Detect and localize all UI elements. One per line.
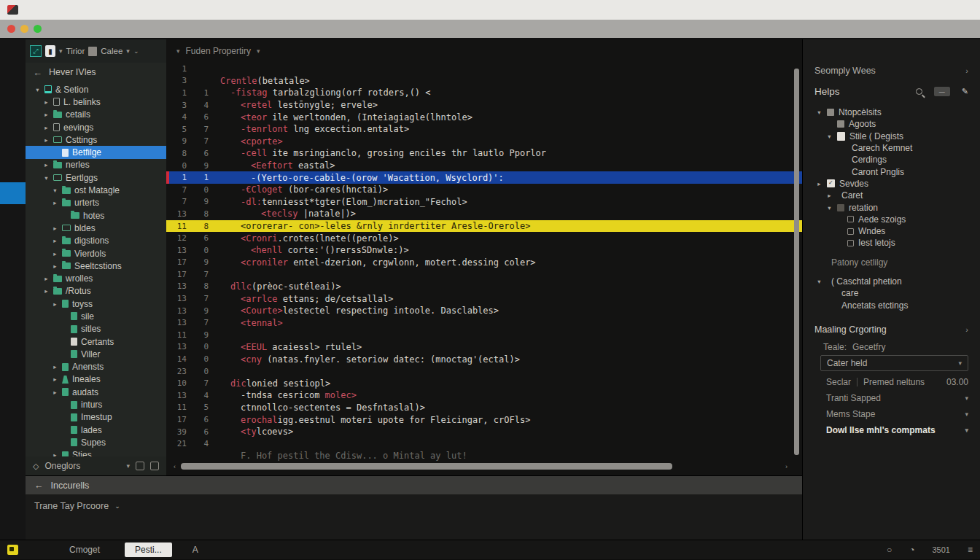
tree-item[interactable]: ▸ Anensts (26, 361, 166, 373)
tree-item[interactable]: ▸ /Rotus (26, 285, 166, 298)
zoom-light-icon[interactable] (34, 25, 42, 33)
menu-item[interactable] (164, 9, 183, 12)
chevron-down-icon[interactable]: ▾ (126, 47, 130, 55)
dowl-dropdown[interactable]: Dowl llse mhl's compmats ▾ (803, 422, 980, 438)
code-line[interactable]: 13 8 <teclsy |natale|)> (166, 208, 802, 220)
code-line[interactable]: 13 0 <EEUL acaiessl> rtulel> (166, 341, 802, 354)
tree-item[interactable]: inturs (26, 398, 166, 411)
process-dropdown[interactable]: Trane Tay Prcoore ⌄ (34, 501, 120, 511)
search-icon[interactable] (916, 88, 922, 95)
tree-item[interactable]: ▾ & Setion (26, 83, 166, 96)
ribbon-tab[interactable] (78, 27, 98, 31)
tranti-dropdown[interactable]: Tranti Sapped ▾ (803, 390, 980, 406)
ribbon-tab[interactable] (58, 27, 78, 31)
footer-label[interactable]: Oneglors (44, 461, 80, 471)
section-header-mailing[interactable]: Maaling Crgorting › (803, 320, 980, 339)
panel-icon[interactable] (136, 462, 144, 470)
cater-field[interactable]: Cater held ▾ (820, 355, 968, 371)
sync-icon[interactable]: ○ (887, 545, 892, 555)
tree-item[interactable]: ▸ L. belinks (26, 96, 166, 108)
collapse-button[interactable]: — (934, 87, 950, 96)
code-line[interactable]: 13 8 dllc(prèoc-sutéleai)> (166, 281, 802, 293)
properties-tree-item[interactable]: ▸ Sevdes (803, 178, 980, 190)
tree-item[interactable]: ▸ Ineales (26, 373, 166, 386)
ribbon-tab[interactable] (160, 27, 180, 31)
code-line[interactable]: 17 6 erochaligg.eestnul moteri upote for… (166, 413, 802, 426)
code-line[interactable]: 9 7 <cporte> (166, 136, 802, 148)
ribbon-tab[interactable] (262, 27, 282, 31)
code-line[interactable]: 14 0 <cny (natas.fnyler. setoriow datec:… (166, 353, 802, 365)
properties-tree-item[interactable]: Caront Pnglis (803, 166, 980, 177)
properties-tree-item[interactable]: ▾ ( Caschtal phetion (803, 276, 980, 287)
section-header-seomply[interactable]: Seomply Wees › (803, 61, 980, 80)
ribbon-tab[interactable] (201, 27, 221, 31)
code-line[interactable]: 17 7 (166, 268, 802, 281)
file-toggle-icon[interactable]: ▮ (45, 45, 55, 57)
seclar-row[interactable]: Seclar Premed neltuns 03.00 (803, 374, 980, 390)
tree-item[interactable]: ▸ eevings (26, 121, 166, 133)
code-line[interactable]: 5 7 -tenrlont lng excection.entalat> (166, 123, 802, 136)
code-area[interactable]: 1 3 Crentle(betatale> 1 1 -fistag tarbal… (166, 63, 802, 475)
menu-item[interactable] (145, 9, 164, 12)
status-tab[interactable]: A (192, 545, 198, 555)
activity-icon[interactable] (0, 182, 26, 204)
tree-item[interactable]: ▾ ost Matagle (26, 184, 166, 196)
activity-icon[interactable] (0, 101, 26, 122)
breadcrumb[interactable]: ▾ Fuden Propertiry ▾ (166, 39, 802, 63)
properties-tree-item[interactable]: ▾ Stile ( Degists (803, 131, 980, 142)
code-line[interactable]: 11 8 <ororerar- con>-leles &rnly inrdert… (166, 220, 802, 233)
tree-item[interactable]: hotes (26, 209, 166, 222)
scroll-left-icon[interactable]: ‹ (174, 463, 181, 470)
tree-item[interactable]: ▾ Eertlggs (26, 171, 166, 184)
menu-item[interactable] (88, 9, 107, 12)
tree-item[interactable]: ▸ bldes (26, 222, 166, 234)
properties-tree-item[interactable]: Carech Kemnet (803, 142, 980, 154)
edit-pencil-icon[interactable]: ✎ (962, 87, 968, 96)
properties-tree-item[interactable]: Cerdings (803, 154, 980, 166)
tree-item[interactable]: Betfilge (26, 146, 166, 158)
menu-item[interactable] (107, 9, 126, 12)
lines-icon[interactable]: ≡ (968, 545, 973, 555)
ribbon-tab[interactable] (119, 27, 139, 31)
chevron-more-icon[interactable]: ⌄ (133, 47, 139, 55)
back-arrow-icon[interactable]: ← (33, 67, 42, 78)
code-line[interactable]: 13 7 <tennal> (166, 316, 802, 329)
properties-tree-item[interactable]: ▾ retation (803, 201, 980, 213)
status-badge-icon[interactable] (7, 545, 18, 555)
tree-item[interactable]: ▸ urterts (26, 197, 166, 209)
code-line[interactable]: 21 4 (166, 438, 802, 450)
menu-item[interactable] (183, 9, 202, 12)
menu-item[interactable] (50, 9, 69, 12)
code-line[interactable]: 13 0 <henll corte:'()rerssSDnwle:)> (166, 244, 802, 257)
code-line[interactable]: 12 6 <Cronri.crotes(lnete((perole)> (166, 232, 802, 244)
menu-item[interactable] (31, 9, 50, 12)
activity-icon[interactable] (0, 305, 26, 327)
vertical-scrollbar[interactable] (794, 69, 799, 455)
menu-item[interactable] (126, 9, 145, 12)
properties-tree-item[interactable]: ▸ Caret (803, 190, 980, 201)
minimize-light-icon[interactable] (20, 25, 28, 33)
code-line[interactable]: 1 1 -(Yerto-ore-cabile-(orow 'Wacattion,… (166, 171, 802, 184)
ribbon-tab[interactable] (139, 27, 160, 31)
properties-tree-item[interactable]: Agoots (803, 118, 980, 130)
menu-item[interactable] (69, 9, 88, 12)
scroll-right-icon[interactable]: › (780, 463, 788, 470)
tree-item[interactable]: ▸ audats (26, 386, 166, 398)
branch-icon[interactable]: ⤢ (30, 45, 42, 57)
activity-icon[interactable] (0, 264, 26, 286)
mems-dropdown[interactable]: Mems Stape ▾ (803, 406, 980, 422)
code-line[interactable]: 39 6 <tylcoevs> (166, 426, 802, 438)
ribbon-tab[interactable] (180, 27, 201, 31)
tree-item[interactable]: Supes (26, 436, 166, 448)
properties-tree-item[interactable]: Iest letojs (803, 237, 980, 249)
menu-item[interactable] (202, 9, 221, 12)
properties-tree-item[interactable]: ▾ Ntopcèlsits (803, 106, 980, 118)
tree-item[interactable]: ▸ toyss (26, 298, 166, 310)
tree-item[interactable]: ▸ Seeltcstions (26, 260, 166, 272)
code-line[interactable]: 11 5 ctnnollco-sectentes = Desfntaslal)> (166, 402, 802, 414)
code-line[interactable]: 1 (166, 63, 802, 75)
tree-item[interactable]: Viller (26, 348, 166, 360)
tree-item[interactable]: sile (26, 310, 166, 322)
code-line[interactable]: F. Hof pestil the Cdisw... o Mintal ay l… (166, 450, 802, 462)
activity-icon[interactable] (0, 346, 26, 368)
